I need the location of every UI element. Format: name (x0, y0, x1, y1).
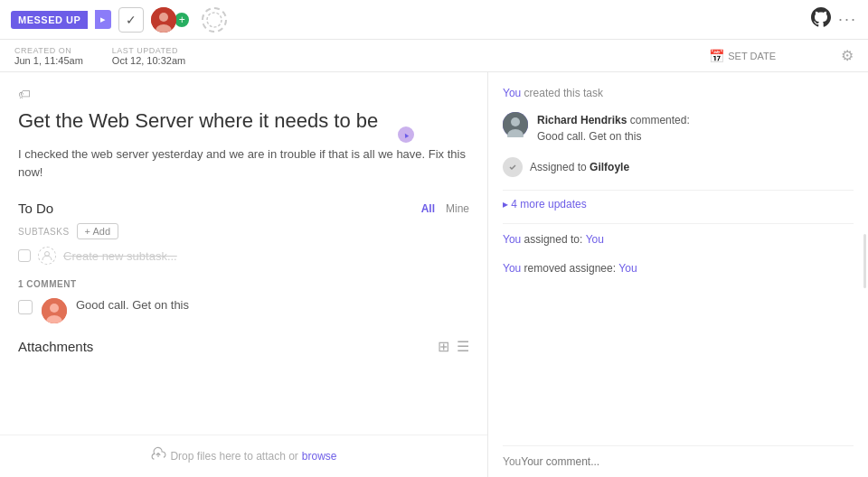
subtask-assign-icon[interactable] (38, 247, 56, 265)
comment-user-avatar (42, 298, 67, 323)
browse-link[interactable]: browse (302, 450, 337, 463)
created-on-value: Jun 1, 11:45am (14, 55, 83, 66)
subtask-input-row: Create new subtask... (18, 247, 469, 265)
attachments-section: Attachments ⊞ ☰ (18, 338, 469, 355)
top-bar: MESSED UP ▸ ✓ + ··· (0, 0, 868, 40)
created-task-line: You created this task (503, 87, 854, 99)
you-removed-action: removed assignee: (524, 262, 619, 275)
comment-text: Good call. Get on this (76, 298, 189, 312)
upload-cloud-icon (150, 446, 166, 466)
right-panel: You created this task Richard Hendriks c… (488, 72, 868, 477)
you-assigned-activity: You assigned to: You (503, 231, 854, 248)
activity-comment: Richard Hendriks commented: Good call. G… (503, 112, 854, 145)
you-removed-user: You (618, 262, 637, 275)
assigned-check-icon (503, 157, 523, 177)
svg-point-3 (207, 13, 222, 27)
main-layout: 🏷 Get the Web Server where it needs to b… (0, 72, 868, 477)
status-badge[interactable]: MESSED UP (11, 11, 88, 29)
set-date-label: SET DATE (728, 51, 776, 61)
github-icon[interactable] (811, 7, 831, 33)
you-assigned-you: You (503, 233, 521, 246)
subtask-checkbox[interactable] (18, 249, 31, 262)
todo-header: To Do All Mine (18, 201, 469, 216)
avatar-group: + (151, 7, 191, 33)
created-task-text: created this task (524, 87, 603, 99)
user-avatar[interactable] (151, 7, 176, 33)
svg-point-9 (511, 117, 520, 126)
divider-2 (503, 223, 854, 224)
todo-tabs: All Mine (421, 202, 469, 215)
task-description: I checked the web server yesterday and w… (18, 145, 469, 183)
meta-bar: CREATED ON Jun 1, 11:45am LAST UPDATED O… (0, 40, 868, 72)
activity-user-avatar (503, 112, 528, 137)
todo-title: To Do (18, 201, 53, 216)
svg-point-6 (50, 304, 59, 313)
tag-icon: 🏷 (18, 87, 31, 101)
created-on-label: CREATED ON (14, 46, 83, 55)
settings-icon[interactable]: ⚙ (841, 47, 854, 64)
add-subtask-button[interactable]: + Add (77, 223, 118, 239)
calendar-icon: 📅 (709, 49, 724, 63)
drop-zone[interactable]: Drop files here to attach or browse (0, 435, 487, 477)
more-updates-toggle[interactable]: ▸ 4 more updates (503, 198, 854, 210)
task-title: Get the Web Server where it needs to be (18, 108, 469, 135)
comments-label: 1 COMMENT (18, 279, 469, 289)
scrollbar (863, 234, 866, 288)
grid-view-icon[interactable]: ⊞ (438, 338, 449, 355)
view-icons: ⊞ ☰ (438, 338, 469, 355)
divider (503, 190, 854, 191)
comment-input-row: You (503, 445, 854, 477)
you-removed-text: You removed assignee: You (503, 260, 637, 276)
last-updated-meta: LAST UPDATED Oct 12, 10:32am (112, 46, 185, 66)
created-on-meta: CREATED ON Jun 1, 11:45am (14, 46, 83, 66)
svg-point-1 (159, 13, 168, 22)
subtasks-row: SUBTASKS + Add (18, 223, 469, 239)
last-updated-label: LAST UPDATED (112, 46, 185, 55)
you-removed-activity: You removed assignee: You (503, 260, 854, 276)
checkmark-icon: ✓ (126, 13, 137, 27)
assigned-to-text: Assigned to Gilfoyle (530, 159, 629, 175)
list-view-icon[interactable]: ☰ (457, 338, 469, 355)
you-assigned-text: You assigned to: You (503, 231, 604, 248)
assigned-to-label: Assigned to (530, 161, 587, 173)
comment-checkbox[interactable] (18, 300, 33, 314)
set-date-button[interactable]: 📅 SET DATE (709, 49, 776, 63)
you-assigned-target: You (586, 233, 604, 246)
comment-row: Good call. Get on this (18, 298, 469, 323)
comment-input[interactable] (521, 455, 854, 468)
commented-label: commented: (630, 114, 690, 126)
activity-comment-text: Richard Hendriks commented: Good call. G… (537, 112, 690, 145)
you-removed-you: You (503, 262, 521, 275)
status-chevron[interactable]: ▸ (95, 10, 111, 29)
task-avatar-placeholder (202, 7, 227, 33)
left-panel: 🏷 Get the Web Server where it needs to b… (0, 72, 488, 477)
tag-row: 🏷 (18, 87, 469, 101)
assigned-to-user: Gilfoyle (590, 161, 629, 173)
subtasks-label: SUBTASKS (18, 227, 70, 237)
last-updated-value: Oct 12, 10:32am (112, 55, 185, 66)
commenter-name: Richard Hendriks (537, 114, 627, 126)
assigned-row: Assigned to Gilfoyle (503, 157, 854, 177)
you-comment-label: You (503, 455, 521, 468)
tab-all[interactable]: All (421, 202, 435, 215)
attachments-title: Attachments (18, 339, 93, 354)
more-options-button[interactable]: ··· (838, 10, 857, 29)
comments-section: 1 COMMENT Good call. Get on this (18, 279, 469, 323)
drop-text: Drop files here to attach or (170, 450, 297, 463)
you-assigned-to-text: assigned to: (524, 233, 586, 246)
you-label-created: You (503, 87, 521, 99)
activity-comment-body: Good call. Get on this (537, 130, 641, 143)
tab-mine[interactable]: Mine (446, 202, 469, 215)
complete-button[interactable]: ✓ (118, 7, 144, 33)
create-subtask-placeholder[interactable]: Create new subtask... (63, 249, 177, 263)
attachments-header: Attachments ⊞ ☰ (18, 338, 469, 355)
